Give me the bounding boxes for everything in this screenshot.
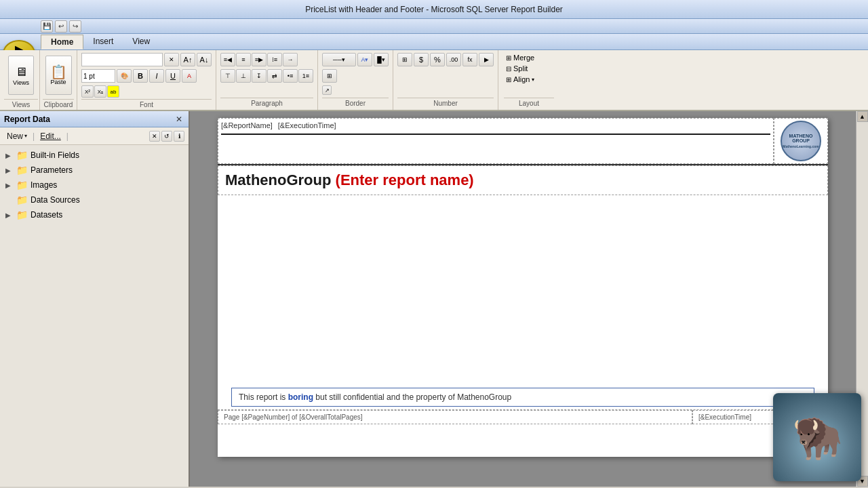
more-number-button[interactable]: ▶ xyxy=(479,53,494,66)
footer-bold-word: boring xyxy=(288,392,313,402)
italic-button[interactable]: I xyxy=(149,69,164,83)
header-fields: [&ReportName] [&ExecutionTime] xyxy=(221,121,770,129)
ribbon-clipboard-group: 📋 Paste Clipboard xyxy=(40,50,77,110)
percent-button[interactable]: % xyxy=(430,53,445,66)
highlight-button[interactable]: ab xyxy=(107,85,119,98)
expand-datasets-icon: ▶ xyxy=(5,211,14,219)
align-top-button[interactable]: ⊤ xyxy=(220,69,235,83)
footer-page-text: Page [&PageNumber] of [&OverallTotalPage… xyxy=(224,413,363,421)
font-name-input[interactable] xyxy=(81,53,163,66)
split-button[interactable]: ⊟ Split xyxy=(504,64,554,73)
undo-qa-button[interactable]: ↩ xyxy=(55,20,67,33)
header-divider xyxy=(221,134,770,135)
underline-button[interactable]: U xyxy=(165,69,180,83)
border-all-button[interactable]: ⊞ xyxy=(322,69,337,83)
tree-item-builtin-fields[interactable]: ▶ 📁 Built-in Fields xyxy=(0,148,189,163)
bold-button[interactable]: B xyxy=(133,69,148,83)
expand-border-button[interactable]: ↗ xyxy=(322,85,332,95)
report-title-placeholder: (Enter report name) xyxy=(331,171,473,188)
font-size-decrease-button[interactable]: A↓ xyxy=(197,53,212,66)
report-title-text: MathenoGroup xyxy=(225,171,331,188)
report-page: [&ReportName] [&ExecutionTime] MATHENO G… xyxy=(218,118,828,457)
tree-item-parameters[interactable]: ▶ 📁 Parameters xyxy=(0,163,189,178)
tab-home[interactable]: Home xyxy=(41,35,83,49)
header-logo-cell[interactable]: MATHENO GROUP MathenoLearning.com xyxy=(774,118,828,164)
report-header: [&ReportName] [&ExecutionTime] MATHENO G… xyxy=(218,118,828,165)
border-style-button[interactable]: ──▾ xyxy=(322,53,356,66)
ribbon-border-group: ──▾ A▾ █▾ ⊞ ↗ Border xyxy=(318,50,393,110)
font-color-button[interactable]: A xyxy=(182,69,197,83)
tree-item-data-sources[interactable]: 📁 Data Sources xyxy=(0,192,189,207)
panel-toolbar-icons: ✕ ↺ ℹ xyxy=(149,131,184,142)
title-bar: PriceList with Header and Footer - Micro… xyxy=(0,0,868,19)
footer-page-cell[interactable]: Page [&PageNumber] of [&OverallTotalPage… xyxy=(218,410,692,424)
ribbon-number-group: ⊞ $ % .00 fx ▶ Number xyxy=(393,50,498,110)
properties-button[interactable]: ℹ xyxy=(174,131,184,142)
save-qa-button[interactable]: 💾 xyxy=(41,20,53,33)
expand-images-icon: ▶ xyxy=(5,182,14,189)
logo-line3: MathenoLearning.com xyxy=(783,144,818,148)
currency-button[interactable]: $ xyxy=(414,53,429,66)
logo-line2: GROUP xyxy=(792,138,810,143)
clear-font-button[interactable]: ✕ xyxy=(164,53,179,66)
window-title: PriceList with Header and Footer - Micro… xyxy=(305,5,563,14)
tree-item-images[interactable]: ▶ 📁 Images xyxy=(0,178,189,192)
tree-item-datasets[interactable]: ▶ 📁 Datasets xyxy=(0,207,189,222)
ribbon-views-group: 🖥 Views Views xyxy=(3,50,40,110)
quick-access-toolbar: 💾 ↩ ↪ xyxy=(0,19,868,34)
canvas-area[interactable]: [&ReportName] [&ExecutionTime] MATHENO G… xyxy=(190,111,856,487)
align-left-button[interactable]: ≡◀ xyxy=(220,53,235,66)
footer-text-box[interactable]: This report is boring but still confiden… xyxy=(231,388,814,407)
list-bullet-button[interactable]: •≡ xyxy=(283,69,298,83)
folder-data-sources-icon: 📁 xyxy=(16,195,28,205)
border-weight-button[interactable]: █▾ xyxy=(374,53,389,66)
color-picker-button[interactable]: 🎨 xyxy=(117,69,132,83)
calc-button[interactable]: fx xyxy=(462,53,477,66)
bison-watermark: 🦬 xyxy=(773,393,856,481)
delete-item-button[interactable]: ✕ xyxy=(149,131,160,142)
align-bottom-button[interactable]: ↧ xyxy=(252,69,267,83)
panel-toolbar: New ▾ | Edit... | ✕ ↺ ℹ xyxy=(0,127,189,145)
folder-builtin-fields-icon: 📁 xyxy=(16,150,28,161)
ribbon: 🖥 Views Views 📋 Paste Clipboard ✕ A↑ A↓ … xyxy=(0,50,868,111)
font-size-input[interactable]: 1 pt xyxy=(81,69,115,83)
align-middle-button[interactable]: ⊥ xyxy=(236,69,251,83)
font-size-increase-button[interactable]: A↑ xyxy=(180,53,195,66)
bison-image: 🦬 xyxy=(773,393,856,481)
ribbon-font-group: ✕ A↑ A↓ 1 pt 🎨 B I U A X² X₂ ab Font xyxy=(77,50,216,110)
logo-line1: MATHENO xyxy=(789,134,813,138)
tab-insert[interactable]: Insert xyxy=(83,35,123,49)
paste-button[interactable]: 📋 Paste xyxy=(45,56,72,95)
merge-button[interactable]: ⊞ Merge xyxy=(504,53,554,62)
superscript-button[interactable]: X² xyxy=(81,85,94,98)
edit-button[interactable]: Edit... xyxy=(37,130,64,142)
border-color-button[interactable]: A▾ xyxy=(357,53,372,66)
report-data-panel: Report Data ✕ New ▾ | Edit... | ✕ ↺ ℹ ▶ … xyxy=(0,111,190,487)
scroll-up-button[interactable]: ▲ xyxy=(857,111,868,122)
new-button[interactable]: New ▾ xyxy=(4,130,30,142)
redo-qa-button[interactable]: ↪ xyxy=(69,20,81,33)
folder-parameters-icon: 📁 xyxy=(16,165,28,176)
report-title-row[interactable]: MathenoGroup (Enter report name) xyxy=(218,165,828,195)
align-layout-button[interactable]: ⊞ Align ▾ xyxy=(504,75,554,84)
decimal-button[interactable]: .00 xyxy=(446,53,461,66)
number-format-button[interactable]: ⊞ xyxy=(397,53,412,66)
tab-view[interactable]: View xyxy=(123,35,159,49)
views-button[interactable]: 🖥 Views xyxy=(8,56,34,95)
header-left-cell[interactable]: [&ReportName] [&ExecutionTime] xyxy=(218,118,774,164)
footer-suffix: but still confidential and the property … xyxy=(313,392,511,402)
justify-button[interactable]: ⁞≡ xyxy=(267,53,282,66)
indent-increase-button[interactable]: → xyxy=(283,53,298,66)
refresh-button[interactable]: ↺ xyxy=(161,131,172,142)
report-body[interactable] xyxy=(218,195,828,385)
panel-close-button[interactable]: ✕ xyxy=(174,114,184,125)
execution-time-field: [&ExecutionTime] xyxy=(278,121,336,129)
report-name-field: [&ReportName] xyxy=(221,121,273,129)
subscript-button[interactable]: X₂ xyxy=(94,85,106,98)
align-center-button[interactable]: ≡ xyxy=(236,53,251,66)
align-right-button[interactable]: ≡▶ xyxy=(252,53,267,66)
list-number-button[interactable]: 1≡ xyxy=(298,69,313,83)
logo-circle: MATHENO GROUP MathenoLearning.com xyxy=(781,121,821,161)
footer-bottom: Page [&PageNumber] of [&OverallTotalPage… xyxy=(218,409,828,424)
rtl-button[interactable]: ⇄ xyxy=(267,69,282,83)
